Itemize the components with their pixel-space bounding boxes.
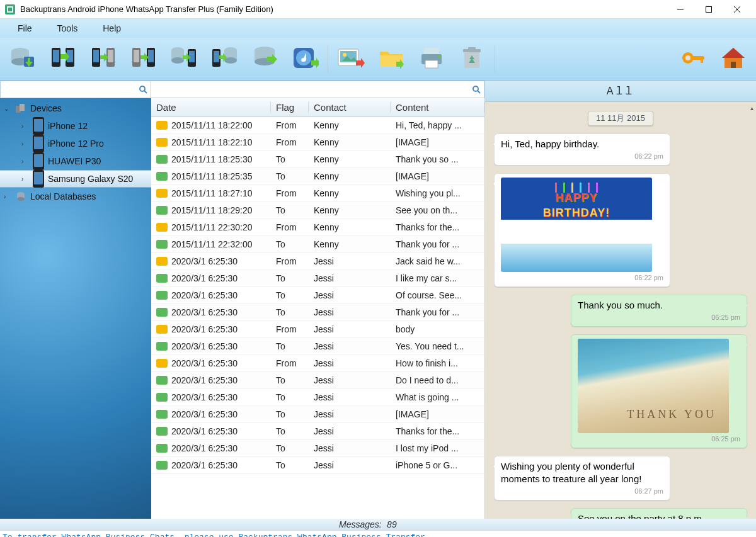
svg-point-48 [343,53,346,57]
svg-rect-18 [93,50,99,62]
maximize-button[interactable] [694,1,723,18]
open-folder-button[interactable] [374,43,409,76]
export-itunes-button[interactable] [287,43,323,76]
svg-rect-23 [134,50,139,62]
table-row[interactable]: 2015/11/11 22:32:00 To Kenny Thank you f… [151,236,484,253]
table-row[interactable]: 2015/11/11 18:22:00 From Kenny Hi, Ted, … [151,117,484,134]
backup-to-db-button[interactable] [207,43,242,76]
bubble-timestamp: 06:22 pm [501,273,663,283]
table-row[interactable]: 2020/3/1 6:25:30 To Jessi Of course. See… [151,287,484,304]
close-button[interactable] [723,1,751,18]
menu-tools[interactable]: Tools [57,23,78,33]
chat-bubble[interactable]: HAPPYBIRTHDAY!06:22 pm [494,173,670,287]
cell-contact: Kenny [309,239,391,249]
sidebar-device-3[interactable]: › Samsung Galaxy S20 [0,170,151,188]
chat-bubble[interactable]: See you on the party at 8 p.m. [571,508,747,519]
table-row[interactable]: 2015/11/11 18:29:20 To Kenny See you on … [151,202,484,219]
column-date[interactable]: Date [151,102,271,113]
table-row[interactable]: 2015/11/11 18:22:10 From Kenny [IMAGE] [151,134,484,151]
tree-local-db-root[interactable]: › Local Databases [0,188,151,205]
cell-content: I lost my iPod ... [391,443,484,453]
menu-help[interactable]: Help [103,23,121,33]
svg-rect-4 [706,6,711,12]
table-row[interactable]: 2020/3/1 6:25:30 From Jessi Jack said he… [151,253,484,270]
svg-point-73 [473,86,478,91]
column-flag[interactable]: Flag [271,102,309,113]
table-row[interactable]: 2015/11/11 18:25:35 To Kenny [IMAGE] [151,168,484,185]
scroll-up-icon[interactable]: ▴ [750,105,753,111]
chat-bubble[interactable]: Hi, Ted, happy birthday.06:22 pm [494,133,670,166]
chat-bubble[interactable]: Thank you so much.06:25 pm [571,295,747,327]
device-tree: ⌄ Devices › iPhone 12› iPhone 12 Pro› HU… [0,98,151,519]
column-content[interactable]: Content [391,102,484,113]
copy-to-phone-2-button[interactable] [126,43,161,76]
chevron-right-icon[interactable]: › [21,123,29,130]
column-contact[interactable]: Contact [309,102,391,113]
chevron-right-icon[interactable]: › [21,140,29,147]
table-row[interactable]: 2015/11/11 18:25:30 To Kenny Thank you s… [151,151,484,168]
transfer-phones-button[interactable] [45,43,81,76]
message-count: Messages: 89 [339,519,397,530]
cell-contact: Kenny [309,171,391,181]
svg-point-37 [224,57,237,64]
tree-devices-root[interactable]: ⌄ Devices [0,99,151,117]
db-to-phone-icon [170,45,198,73]
sidebar-device-1[interactable]: › iPhone 12 Pro [0,135,151,152]
table-body[interactable]: 2015/11/11 18:22:00 From Kenny Hi, Ted, … [151,117,484,519]
export-media-button[interactable] [333,43,369,76]
cell-contact: Kenny [309,120,391,130]
restore-to-phone-button[interactable] [166,43,202,76]
cell-content: [IMAGE] [391,409,484,419]
search-icon[interactable] [135,85,151,94]
message-direction-icon [156,444,168,453]
table-row[interactable]: 2020/3/1 6:25:30 To Jessi Thank you for … [151,304,484,321]
message-search-input[interactable] [151,82,469,97]
table-row[interactable]: 2020/3/1 6:25:30 To Jessi iPhone 5 or G.… [151,457,484,474]
table-row[interactable]: 2020/3/1 6:25:30 To Jessi [IMAGE] [151,406,484,423]
phone-to-db-icon [210,45,238,73]
table-row[interactable]: 2015/11/11 22:30:20 From Kenny Thanks fo… [151,219,484,236]
image-attachment [578,339,729,433]
devices-icon [15,103,26,114]
minimize-button[interactable] [666,1,694,18]
sidebar-search-input[interactable] [1,82,135,97]
chat-bubble[interactable]: Wishing you plenty of wonderful moments … [494,456,670,500]
cell-date: 2020/3/1 6:25:30 [171,307,238,317]
cell-flag: From [271,256,309,266]
table-row[interactable]: 2020/3/1 6:25:30 To Jessi I lost my iPod… [151,440,484,457]
table-row[interactable]: 2020/3/1 6:25:30 From Jessi How to finis… [151,355,484,372]
search-icon[interactable] [469,85,484,94]
cell-content: Thanks for the... [391,426,484,436]
chevron-down-icon[interactable]: ⌄ [4,105,11,112]
cell-content: body [391,324,484,334]
table-row[interactable]: 2020/3/1 6:25:30 To Jessi I like my car … [151,270,484,287]
menu-file[interactable]: File [18,23,32,33]
recycle-button[interactable] [454,43,490,76]
table-row[interactable]: 2020/3/1 6:25:30 To Jessi Thanks for the… [151,423,484,440]
cell-contact: Jessi [309,256,391,266]
device-name: Samsung Galaxy S20 [48,174,133,184]
chat-body[interactable]: ▴ 11 11月 2015Hi, Ted, happy birthday.06:… [485,102,756,519]
message-direction-icon [156,257,168,266]
table-row[interactable]: 2015/11/11 18:27:10 From Kenny Wishing y… [151,185,484,202]
table-row[interactable]: 2020/3/1 6:25:30 To Jessi What is going … [151,389,484,406]
backup-db-button[interactable] [5,43,40,76]
table-row[interactable]: 2020/3/1 6:25:30 To Jessi Yes. You need … [151,338,484,355]
chevron-right-icon[interactable]: › [4,193,11,200]
copy-to-phone-1-button[interactable] [86,43,121,76]
cell-content: [IMAGE] [391,137,484,147]
print-button[interactable] [414,43,449,76]
table-row[interactable]: 2020/3/1 6:25:30 From Jessi body [151,321,484,338]
message-direction-icon [156,206,168,215]
svg-point-66 [140,86,145,91]
cell-date: 2020/3/1 6:25:30 [171,375,238,385]
chat-bubble[interactable]: 06:25 pm [571,334,747,448]
chevron-right-icon[interactable]: › [21,158,29,165]
db-restore-button[interactable] [247,43,282,76]
home-button[interactable] [716,43,751,76]
table-row[interactable]: 2020/3/1 6:25:30 To Jessi Do I need to d… [151,372,484,389]
sidebar-device-0[interactable]: › iPhone 12 [0,117,151,135]
chevron-right-icon[interactable]: › [21,176,29,183]
register-button[interactable] [675,43,711,76]
sidebar-device-2[interactable]: › HUAWEI P30 [0,152,151,170]
